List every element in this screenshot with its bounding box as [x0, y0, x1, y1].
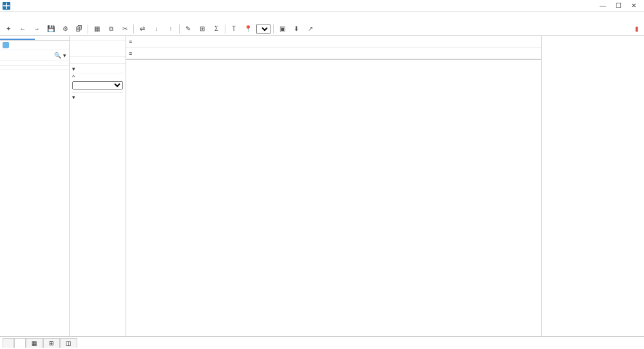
params-header [0, 70, 69, 74]
tableau-logo-icon[interactable]: ✦ [3, 23, 14, 35]
showme-button[interactable]: ▮ [632, 23, 641, 35]
download-button[interactable]: ⬇ [290, 23, 302, 35]
close-button[interactable]: ✕ [626, 2, 641, 9]
marks-header [70, 59, 126, 64]
sort-asc-button[interactable]: ↓ [151, 23, 162, 35]
tab-sheet[interactable] [14, 338, 26, 348]
dimensions-header: 🔍 ▾ [0, 50, 69, 61]
chart-canvas[interactable] [131, 65, 536, 310]
new-dashboard-button[interactable]: ⊞ [43, 338, 60, 348]
mark-shape-select[interactable] [72, 81, 123, 90]
year-filter-header [544, 41, 641, 44]
measures-header [0, 61, 69, 65]
pages-header [70, 36, 126, 41]
rows-shelf-label: ≡ [126, 50, 162, 57]
group-button[interactable]: ⊞ [196, 23, 208, 35]
marks-measure-row[interactable]: ^ [72, 73, 123, 81]
forward-button[interactable]: → [31, 23, 43, 35]
refresh-button[interactable]: 🗐 [73, 23, 85, 35]
new-story-button[interactable]: ◫ [60, 338, 77, 348]
datasource-icon [3, 42, 9, 48]
datasource-row[interactable] [0, 41, 69, 50]
menubar [0, 12, 644, 22]
right-panel [541, 36, 644, 336]
new-worksheet-button[interactable]: ▦ [26, 338, 43, 348]
totals-button[interactable]: Σ [211, 23, 222, 35]
present-button[interactable]: ▣ [276, 23, 288, 35]
tab-data[interactable] [0, 36, 35, 40]
marks-all-row[interactable]: ▾ [72, 65, 123, 73]
sort-desc-button[interactable]: ↑ [165, 23, 176, 35]
viz-area: ≡ ≡ [126, 36, 541, 336]
pin-button[interactable]: 📍 [242, 23, 254, 35]
new-datasource-button[interactable]: ⚙ [59, 23, 71, 35]
share-button[interactable]: ↗ [305, 23, 316, 35]
legend-header [544, 46, 641, 49]
search-icon[interactable]: 🔍 ▾ [54, 52, 66, 59]
titlebar: — ☐ ✕ [0, 0, 644, 12]
fit-select[interactable] [256, 24, 270, 34]
tab-analytics[interactable] [35, 36, 70, 40]
minimize-button[interactable]: — [595, 2, 611, 9]
back-button[interactable]: ← [17, 23, 28, 35]
labels-button[interactable]: T [228, 23, 240, 35]
maximize-button[interactable]: ☐ [611, 2, 626, 9]
highlight-button[interactable]: ✎ [182, 23, 194, 35]
swap-button[interactable]: ⇄ [137, 23, 148, 35]
new-sheet-button[interactable]: ▦ [91, 23, 102, 35]
filters-header [70, 52, 126, 57]
marks-qty-row[interactable]: ▾ [72, 92, 123, 102]
cards-column: ▾ ^ ▾ [70, 36, 126, 336]
statusbar: ▦ ⊞ ◫ [0, 336, 644, 349]
sets-header [0, 65, 69, 70]
tab-datasource[interactable] [3, 338, 14, 348]
save-button[interactable]: 💾 [45, 23, 57, 35]
app-icon [3, 2, 10, 10]
clear-button[interactable]: ✂ [119, 23, 131, 35]
columns-shelf-label: ≡ [126, 39, 162, 45]
duplicate-button[interactable]: ⧉ [105, 23, 117, 35]
toolbar: ✦ ← → 💾 ⚙ 🗐 ▦ ⧉ ✂ ⇄ ↓ ↑ ✎ ⊞ Σ T 📍 ▣ ⬇ ↗ … [0, 22, 644, 36]
data-sidebar: 🔍 ▾ [0, 36, 70, 336]
